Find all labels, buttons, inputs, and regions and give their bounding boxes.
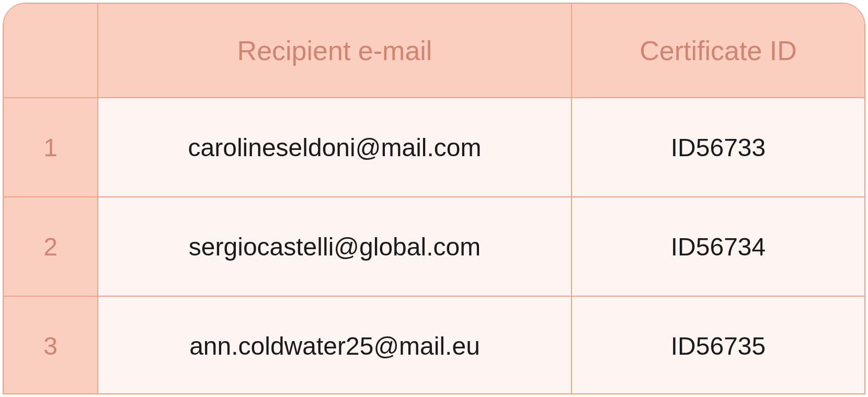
row-email: ann.coldwater25@mail.eu (98, 296, 572, 394)
row-number: 2 (4, 197, 98, 296)
row-number: 1 (4, 98, 98, 197)
table-row: 1 carolineseldoni@mail.com ID56733 (4, 98, 864, 197)
header-cert: Certificate ID (572, 4, 864, 98)
row-cert: ID56735 (572, 296, 864, 394)
header-index (4, 4, 98, 98)
row-email: carolineseldoni@mail.com (98, 98, 572, 197)
row-cert: ID56733 (572, 98, 864, 197)
recipients-table-wrapper: Recipient e-mail Certificate ID 1 caroli… (3, 3, 865, 394)
table-row: 2 sergiocastelli@global.com ID56734 (4, 197, 864, 296)
table-header-row: Recipient e-mail Certificate ID (4, 4, 864, 98)
row-email: sergiocastelli@global.com (98, 197, 572, 296)
table-row: 3 ann.coldwater25@mail.eu ID56735 (4, 296, 864, 394)
row-cert: ID56734 (572, 197, 864, 296)
header-email: Recipient e-mail (98, 4, 572, 98)
row-number: 3 (4, 296, 98, 394)
recipients-table: Recipient e-mail Certificate ID 1 caroli… (4, 4, 864, 394)
